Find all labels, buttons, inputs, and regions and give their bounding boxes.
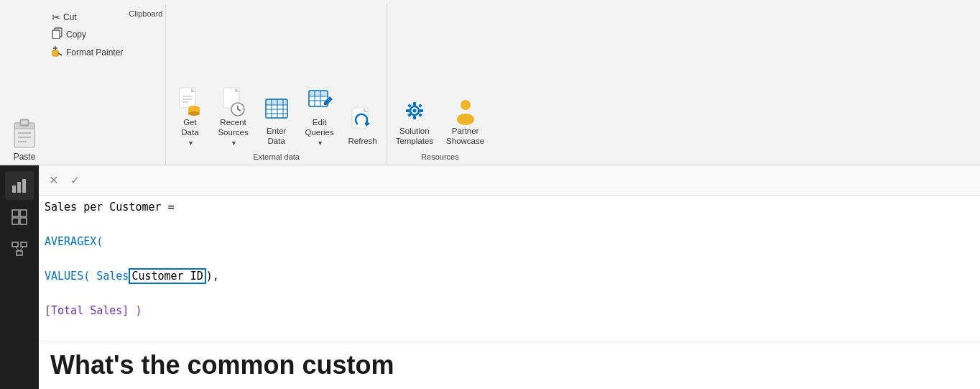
svg-rect-8	[52, 30, 60, 39]
ribbon: Paste ✂ Cut C	[0, 0, 980, 165]
format-painter-icon	[52, 45, 63, 59]
formula-bar: ✕ ✓	[39, 165, 980, 196]
formula-line-4: [Total Sales] )	[45, 302, 974, 319]
get-data-dropdown-arrow: ▼	[188, 139, 194, 147]
formula-bar-actions: ✕ ✓	[45, 172, 83, 189]
sidebar-item-model-view[interactable]	[5, 234, 34, 263]
recent-sources-button[interactable]: Recent Sources ▼	[213, 83, 252, 150]
resources-group: Solution Templates Partner Showcase	[387, 4, 493, 165]
main-content: ✕ ✓ Sales per Customer = AVERAGEX( VALUE…	[0, 165, 980, 389]
paste-icon	[9, 116, 40, 150]
svg-rect-62	[20, 210, 27, 216]
external-data-group-label: External data	[170, 152, 382, 165]
resources-group-label: Resources	[392, 152, 489, 165]
svg-rect-63	[12, 218, 19, 224]
copy-icon	[52, 27, 63, 41]
svg-rect-58	[12, 186, 16, 193]
get-data-label: Get Data	[181, 118, 198, 138]
formula-area: ✕ ✓ Sales per Customer = AVERAGEX( VALUE…	[39, 165, 980, 389]
edit-queries-icon	[307, 86, 333, 116]
svg-rect-53	[418, 104, 422, 109]
enter-data-label: Enter Data	[267, 127, 287, 147]
refresh-icon	[350, 105, 376, 135]
bottom-content: What's the common custom	[39, 341, 980, 389]
get-data-button[interactable]: Get Data ▼	[170, 83, 209, 150]
partner-showcase-icon	[453, 95, 479, 125]
formula-text-area[interactable]: Sales per Customer = AVERAGEX( VALUES( S…	[39, 196, 980, 341]
confirm-icon: ✓	[70, 173, 80, 187]
solution-templates-icon	[402, 95, 427, 125]
svg-rect-50	[406, 109, 410, 112]
formula-line-2: AVERAGEX(	[45, 233, 974, 250]
external-data-items: Get Data ▼	[170, 4, 382, 152]
formula-line-3: VALUES( SalesCustomer ID),	[45, 267, 974, 285]
partner-showcase-button[interactable]: Partner Showcase	[442, 92, 489, 150]
resources-items: Solution Templates Partner Showcase	[392, 4, 489, 152]
enter-data-button[interactable]: Enter Data	[257, 92, 296, 150]
formula-confirm-button[interactable]: ✓	[66, 172, 83, 189]
refresh-label: Refresh	[348, 137, 377, 147]
partner-showcase-label: Partner Showcase	[446, 127, 484, 147]
cancel-icon: ✕	[49, 173, 58, 187]
solution-templates-button[interactable]: Solution Templates	[392, 92, 438, 150]
formula-cancel-button[interactable]: ✕	[45, 172, 62, 189]
svg-rect-51	[420, 109, 423, 112]
svg-rect-59	[17, 182, 21, 193]
svg-rect-64	[20, 218, 27, 224]
copy-button[interactable]: Copy	[49, 26, 126, 42]
svg-rect-33	[266, 99, 287, 105]
svg-point-57	[457, 114, 474, 125]
clipboard-small-buttons: ✂ Cut Copy	[46, 7, 129, 165]
paste-button[interactable]: Paste	[3, 7, 46, 165]
svg-rect-3	[22, 121, 27, 124]
cut-icon: ✂	[52, 12, 60, 23]
edit-queries-dropdown-arrow: ▼	[317, 139, 323, 147]
solution-templates-label: Solution Templates	[396, 127, 433, 147]
edit-queries-label: Edit Queries	[305, 118, 334, 138]
svg-line-69	[19, 247, 24, 251]
formula-highlighted-text: Customer ID	[129, 268, 205, 284]
sidebar	[0, 165, 39, 389]
svg-rect-9	[52, 50, 58, 56]
svg-rect-67	[17, 251, 22, 255]
svg-line-68	[15, 247, 19, 251]
svg-rect-39	[309, 91, 328, 96]
recent-sources-icon	[221, 86, 246, 116]
edit-queries-button[interactable]: Edit Queries ▼	[300, 83, 339, 150]
svg-line-12	[58, 53, 62, 55]
svg-rect-49	[413, 116, 416, 119]
svg-point-20	[188, 111, 200, 116]
bottom-heading: What's the common custom	[50, 350, 969, 380]
ribbon-content: Paste ✂ Cut C	[0, 0, 980, 165]
cut-button[interactable]: ✂ Cut	[49, 10, 126, 24]
get-data-icon	[177, 86, 203, 116]
svg-point-56	[461, 100, 471, 110]
sidebar-item-report-view[interactable]	[5, 171, 34, 200]
recent-sources-label: Recent Sources	[218, 118, 248, 138]
recent-sources-dropdown-arrow: ▼	[231, 139, 237, 147]
clipboard-group: Paste ✂ Cut C	[0, 4, 166, 165]
svg-rect-48	[413, 102, 416, 106]
svg-rect-61	[12, 210, 19, 216]
refresh-button[interactable]: Refresh	[343, 102, 382, 150]
external-data-group: Get Data ▼	[166, 4, 387, 165]
svg-rect-66	[21, 242, 27, 247]
paste-label: Paste	[14, 152, 36, 162]
formula-line-1: Sales per Customer =	[45, 198, 974, 216]
sidebar-item-data-view[interactable]	[5, 203, 34, 232]
enter-data-icon	[264, 95, 290, 125]
format-painter-button[interactable]: Format Painter	[49, 44, 126, 60]
clipboard-group-label: Clipboard	[129, 7, 162, 165]
svg-point-47	[412, 109, 416, 113]
svg-rect-60	[22, 179, 26, 193]
svg-rect-65	[12, 242, 18, 247]
